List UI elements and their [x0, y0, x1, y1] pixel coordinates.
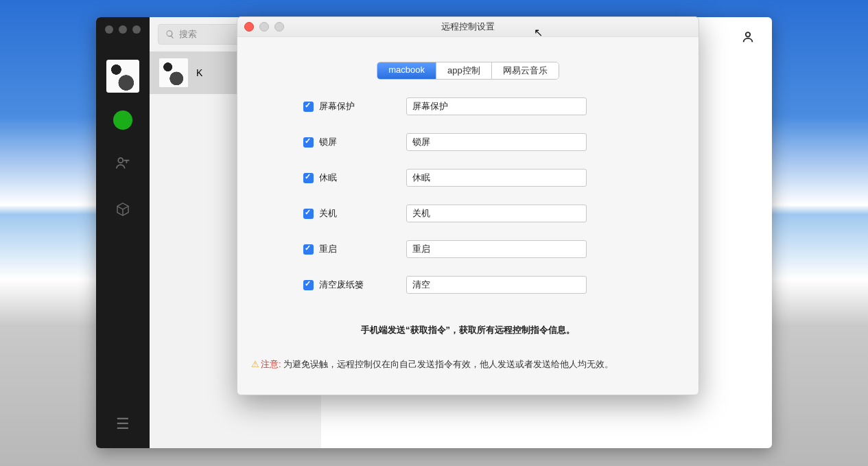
checkbox-shutdown[interactable]: [303, 209, 314, 219]
dialog-info-text: 手机端发送“获取指令”，获取所有远程控制指令信息。: [237, 324, 699, 336]
search-icon: [165, 30, 175, 39]
dialog-warning: ⚠注意: 为避免误触，远程控制仅在向自己发送指令有效，他人发送或者发送给他人均无…: [237, 358, 699, 371]
checkbox-sleep[interactable]: [303, 173, 314, 183]
label-shutdown: 关机: [319, 207, 337, 220]
checkbox-lock[interactable]: [303, 137, 314, 148]
contacts-icon[interactable]: [114, 154, 132, 176]
field-emptytrash[interactable]: [406, 276, 587, 294]
label-lock: 锁屏: [319, 136, 337, 148]
remote-control-settings-dialog: 远程控制设置 macbook app控制 网易云音乐 屏幕保护 锁屏 休眠 关机: [237, 16, 699, 395]
checkbox-restart[interactable]: [303, 244, 314, 255]
svg-point-0: [118, 158, 123, 163]
setting-row: 锁屏: [303, 133, 699, 151]
avatar[interactable]: [106, 60, 139, 93]
tab-app[interactable]: app控制: [436, 62, 492, 79]
zoom-dot-icon[interactable]: [132, 25, 141, 34]
label-emptytrash: 清空废纸篓: [319, 279, 364, 291]
favorites-icon[interactable]: [115, 201, 131, 222]
setting-row: 休眠: [303, 169, 699, 187]
field-sleep[interactable]: [406, 169, 587, 187]
dialog-titlebar[interactable]: 远程控制设置: [237, 17, 699, 37]
warning-label: 注意:: [261, 359, 281, 369]
setting-row: 重启: [303, 240, 699, 258]
field-lock[interactable]: [406, 133, 587, 151]
dialog-tabs: macbook app控制 网易云音乐: [377, 62, 559, 80]
conversation-name: K: [196, 67, 202, 78]
search-placeholder: 搜索: [179, 28, 197, 40]
settings-rows: 屏幕保护 锁屏 休眠 关机 重启 清空废纸篓: [237, 97, 699, 294]
setting-row: 屏幕保护: [303, 97, 699, 115]
setting-row: 关机: [303, 205, 699, 222]
sidebar-nav: ☰: [96, 17, 150, 448]
chats-icon[interactable]: [113, 110, 132, 130]
dialog-title: 远程控制设置: [237, 21, 699, 33]
minimize-dot-icon[interactable]: [119, 25, 127, 34]
window-traffic-lights[interactable]: [105, 25, 141, 34]
field-shutdown[interactable]: [406, 205, 587, 222]
warning-text: 为避免误触，远程控制仅在向自己发送指令有效，他人发送或者发送给他人均无效。: [281, 359, 614, 369]
profile-button[interactable]: [740, 30, 755, 47]
desktop: ☰ 搜索 K: [0, 0, 868, 466]
checkbox-emptytrash[interactable]: [303, 280, 314, 290]
svg-point-1: [746, 32, 750, 36]
label-restart: 重启: [319, 243, 337, 255]
close-dot-icon[interactable]: [105, 25, 113, 34]
tab-macbook[interactable]: macbook: [377, 62, 436, 79]
field-screensaver[interactable]: [406, 97, 587, 115]
warning-icon: ⚠: [251, 359, 259, 369]
field-restart[interactable]: [406, 240, 587, 258]
label-sleep: 休眠: [319, 172, 337, 184]
conversation-avatar: [159, 58, 188, 87]
tab-netease[interactable]: 网易云音乐: [492, 62, 559, 79]
checkbox-screensaver[interactable]: [303, 102, 314, 112]
setting-row: 清空废纸篓: [303, 276, 699, 294]
menu-icon[interactable]: ☰: [116, 415, 130, 433]
label-screensaver: 屏幕保护: [319, 100, 355, 113]
